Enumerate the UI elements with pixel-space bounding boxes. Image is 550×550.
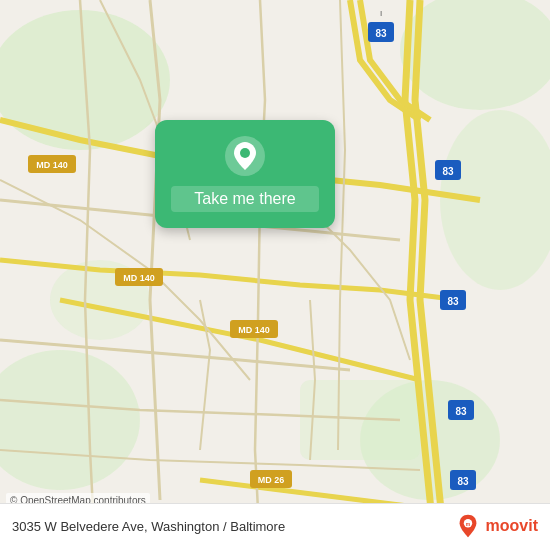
- map-background: 83 I 83 83 83 83 MD 140 MD 140 MD 140 MD…: [0, 0, 550, 550]
- take-me-there-button[interactable]: Take me there: [171, 186, 319, 212]
- svg-text:83: 83: [442, 166, 454, 177]
- svg-text:83: 83: [455, 406, 467, 417]
- svg-text:MD 140: MD 140: [123, 273, 155, 283]
- moovit-logo-icon: m: [454, 512, 482, 540]
- svg-text:MD 26: MD 26: [258, 475, 285, 485]
- moovit-text: moovit: [486, 517, 538, 535]
- location-pin-icon: [223, 134, 267, 178]
- svg-point-28: [240, 148, 250, 158]
- location-card: Take me there: [155, 120, 335, 228]
- svg-rect-7: [300, 380, 420, 460]
- svg-text:83: 83: [447, 296, 459, 307]
- svg-text:I: I: [380, 9, 382, 18]
- map-container: 83 I 83 83 83 83 MD 140 MD 140 MD 140 MD…: [0, 0, 550, 550]
- svg-text:m: m: [465, 522, 470, 527]
- svg-text:83: 83: [457, 476, 469, 487]
- svg-text:MD 140: MD 140: [238, 325, 270, 335]
- bottom-bar: 3035 W Belvedere Ave, Washington / Balti…: [0, 503, 550, 550]
- moovit-logo: m moovit: [454, 512, 538, 540]
- address-label: 3035 W Belvedere Ave, Washington / Balti…: [12, 519, 285, 534]
- svg-text:MD 140: MD 140: [36, 160, 68, 170]
- svg-text:83: 83: [375, 28, 387, 39]
